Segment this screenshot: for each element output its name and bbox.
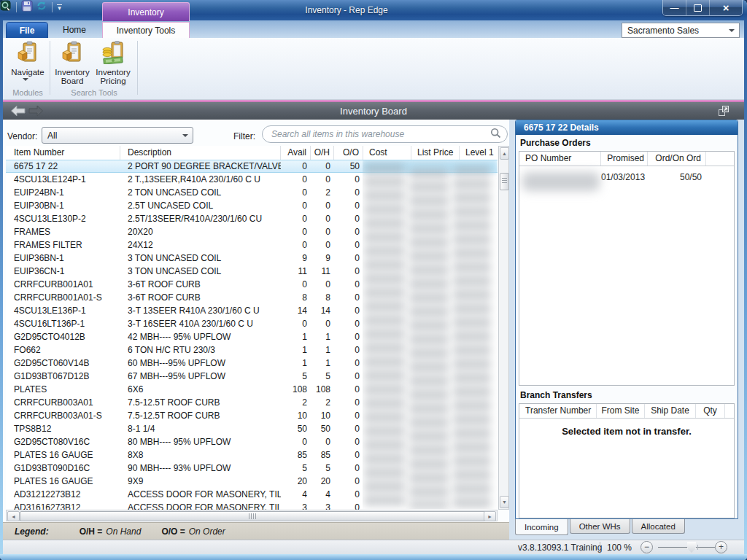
table-row[interactable]: EUIP24BN-12 TON UNCASED COIL020 — [6, 186, 498, 199]
table-row[interactable]: EUIP36BN-13 TON UNCASED COIL990 — [6, 252, 498, 265]
purchase-orders-label: Purchase Orders — [520, 138, 591, 148]
inventory-board-button[interactable]: Inventory Board — [54, 41, 90, 86]
tab-incoming[interactable]: Incoming — [515, 519, 568, 535]
col-description[interactable]: Description — [120, 146, 281, 160]
table-row[interactable]: G1D93BT090D16C90 MBH---- 93% UPFLOW550 — [6, 462, 498, 475]
filter-label: Filter: — [233, 131, 255, 141]
cell-desc: 6X6 — [120, 383, 281, 396]
minimize-button[interactable]: — — [663, 0, 686, 15]
legend-bar: Legend: O/H = On Hand O/O = On Order — [3, 522, 509, 540]
scroll-right-icon[interactable]: ► — [484, 511, 496, 521]
cell-desc: 2 TON UNCASED COIL — [120, 186, 281, 199]
vertical-scroll-thumb[interactable] — [500, 173, 509, 190]
col-ord-on-ord[interactable]: Ord/On Ord — [648, 152, 706, 166]
search-input[interactable] — [263, 129, 490, 139]
table-row[interactable]: PLATES 16 GAUGE8X885850 — [6, 448, 498, 462]
col-ship-date[interactable]: Ship Date — [645, 404, 696, 418]
refresh-icon[interactable] — [36, 0, 47, 14]
forward-arrow-icon[interactable] — [28, 105, 44, 119]
table-row[interactable]: PLATES6X61081080 — [6, 383, 498, 396]
branch-transfers-table: Transfer Number From Site Ship Date Qty … — [519, 403, 735, 518]
cell-oh: 1 — [311, 330, 330, 343]
table-row[interactable]: CRRFCURB001A01-S3-6T ROOF CURB880 — [6, 291, 498, 304]
col-level-1[interactable]: Level 1 — [460, 146, 498, 160]
table-row[interactable]: PLATES 16 GAUGE9X920200 — [6, 475, 498, 488]
cell-oh: 14 — [311, 304, 330, 317]
cell-oo: 0 — [334, 173, 360, 186]
tab-file[interactable]: File — [6, 22, 48, 39]
horizontal-scrollbar[interactable]: ◄ ► — [6, 510, 498, 521]
col-transfer-number[interactable]: Transfer Number — [519, 404, 597, 418]
vertical-scrollbar[interactable]: ▲ ▼ — [498, 146, 509, 510]
cell-oh: 0 — [311, 160, 330, 173]
back-arrow-icon[interactable] — [10, 105, 26, 119]
col-on-hand[interactable]: O/H — [311, 146, 334, 160]
table-row[interactable]: EUIP30BN-12.5T UNCASED COIL000 — [6, 199, 498, 212]
table-row[interactable]: EUIP36CN-13 TON UNCASED COIL11110 — [6, 265, 498, 278]
scroll-left-icon[interactable]: ◄ — [7, 511, 20, 521]
cell-desc: 8X8 — [120, 448, 281, 462]
tab-inventory-tools[interactable]: Inventory Tools — [102, 22, 190, 39]
table-row[interactable]: CRRFCURB003A017.5-12.5T ROOF CURB220 — [6, 396, 498, 409]
table-row[interactable]: FRAMES FILTER24X12000 — [6, 238, 498, 252]
cell-item: PLATES 16 GAUGE — [6, 475, 120, 488]
cell-avail: 10 — [281, 409, 307, 422]
maximize-icon — [694, 4, 702, 12]
tab-other-whs[interactable]: Other WHs — [570, 519, 630, 534]
table-row[interactable]: 6675 17 222 PORT 90 DEGREE BRACKET/VALVE… — [6, 160, 498, 173]
table-row[interactable]: G1D93BT067D12B67 MBH---95% UPFLOW550 — [6, 370, 498, 383]
col-list-price[interactable]: List Price — [411, 146, 460, 160]
table-row[interactable]: 4SCU13LE136P-13-T 13SEER R410A 230/1/60 … — [6, 304, 498, 317]
table-row[interactable]: 4SCU13LE130P-22.5T/13SEER/R410A/230/1/60… — [6, 212, 498, 225]
table-row[interactable]: 4SCU16LT136P-13-T 16SEER 410A 230/1/60 C… — [6, 317, 498, 330]
vendor-dropdown[interactable]: All — [42, 127, 193, 144]
table-row[interactable]: CRRFCURB001A013-6T ROOF CURB000 — [6, 278, 498, 291]
table-row[interactable]: AD31212273B12ACCESS DOOR FOR MASONERY, T… — [6, 488, 498, 501]
zoom-in-button[interactable]: + — [715, 541, 727, 553]
maximize-button[interactable] — [686, 0, 710, 15]
col-from-site[interactable]: From Site — [597, 404, 645, 418]
table-row[interactable]: CRRFCURB003A01-S7.5-12.5T ROOF CURB10100 — [6, 409, 498, 422]
zoom-out-button[interactable]: − — [640, 541, 653, 553]
col-cost[interactable]: Cost — [363, 146, 411, 160]
cell-oo: 0 — [334, 396, 360, 409]
tab-home[interactable]: Home — [48, 22, 101, 38]
cell-oh: 50 — [311, 422, 330, 435]
col-item-number[interactable]: Item Number — [6, 146, 120, 160]
save-icon[interactable] — [21, 0, 33, 14]
warehouse-selector[interactable]: Sacramento Sales — [622, 23, 740, 38]
popout-icon[interactable] — [718, 105, 729, 119]
table-row[interactable]: G2D95CT060V14B60 MBH---95% UPFLOW110 — [6, 357, 498, 370]
cell-desc: 3-6T ROOF CURB — [120, 291, 281, 304]
cell-avail: 1 — [281, 330, 307, 343]
zoom-slider-thumb[interactable] — [687, 542, 696, 553]
table-row[interactable]: FO6626 TON H/C RTU 230/3110 — [6, 343, 498, 357]
qat-customize-icon[interactable]: ▾ — [57, 4, 62, 9]
table-row[interactable]: FRAMES20X20000 — [6, 225, 498, 238]
scroll-down-icon[interactable]: ▼ — [500, 496, 509, 508]
col-on-order[interactable]: O/O — [334, 146, 363, 160]
cell-item: 4SCU13LE136P-1 — [6, 304, 120, 317]
table-row[interactable]: G2D95CTO4012B42 MBH---- 95% UPFLOW110 — [6, 330, 498, 343]
col-avail[interactable]: Avail — [281, 146, 311, 160]
table-row[interactable]: 4SCU13LE124P-12 T.,13SEER,R410A 230/1/60… — [6, 173, 498, 186]
app-icon[interactable] — [0, 0, 12, 14]
inventory-pricing-button[interactable]: Inventory Pricing — [93, 41, 133, 86]
search-icon[interactable] — [490, 128, 501, 141]
zoom-slider-track[interactable] — [658, 547, 715, 548]
horizontal-scroll-thumb[interactable] — [20, 511, 487, 521]
navigate-button[interactable]: Navigate — [7, 41, 48, 86]
chevron-down-icon — [729, 29, 735, 32]
col-qty[interactable]: Qty — [696, 404, 725, 418]
scroll-up-icon[interactable]: ▲ — [500, 147, 509, 160]
col-po-number[interactable]: PO Number — [519, 152, 601, 166]
table-row[interactable]: AD31616273B12ACCESS DOOR FOR MASONERY, T… — [6, 501, 498, 510]
table-row[interactable]: G2D95CT080V16C80 MBH---- 95% UPFLOW000 — [6, 435, 498, 448]
table-row[interactable]: TPS8B128-1 1/450500 — [6, 422, 498, 435]
cell-oo: 0 — [334, 186, 360, 199]
tab-allocated[interactable]: Allocated — [632, 519, 685, 534]
cell-item: EUIP36BN-1 — [6, 252, 120, 265]
cell-oh: 0 — [311, 278, 330, 291]
col-promised[interactable]: Promised — [601, 152, 648, 166]
close-button[interactable]: × — [710, 0, 742, 15]
